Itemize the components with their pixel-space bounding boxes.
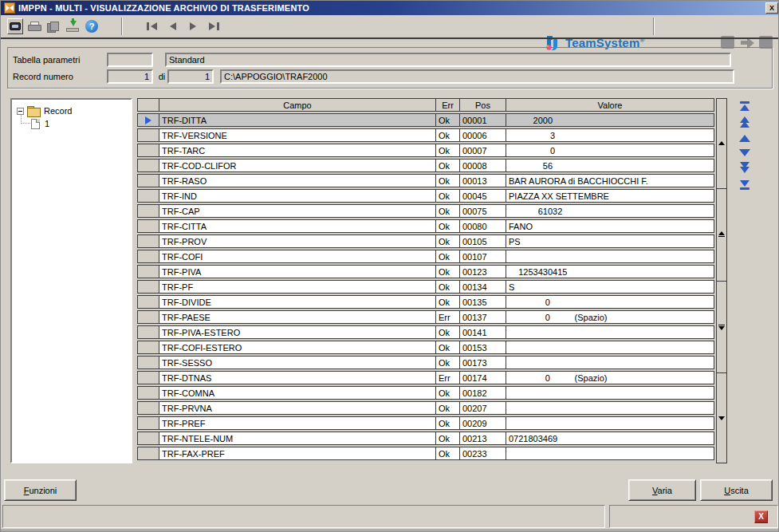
varia-button[interactable]: Varia <box>628 479 696 501</box>
cell-err[interactable]: Ok <box>436 280 460 294</box>
cell-campo[interactable]: TRF-PROV <box>159 234 436 248</box>
cell-campo[interactable]: TRF-PIVA-ESTERO <box>159 325 436 339</box>
last-record-icon[interactable] <box>209 22 219 30</box>
cell-err[interactable]: Err <box>436 310 460 324</box>
table-row[interactable]: TRF-SESSO Ok 00173 <box>137 356 716 369</box>
cell-valore[interactable] <box>506 341 714 354</box>
cell-campo[interactable]: TRF-PREF <box>159 416 436 430</box>
first-record-icon[interactable] <box>147 22 157 30</box>
cell-valore[interactable]: 56 <box>506 159 714 172</box>
uscita-button[interactable]: Uscita <box>700 479 773 501</box>
row-selector-cell[interactable] <box>137 189 159 203</box>
table-row[interactable]: TRF-COFI-ESTERO Ok 00153 <box>137 341 716 354</box>
cell-pos[interactable]: 00173 <box>460 356 506 369</box>
cell-pos[interactable]: 00080 <box>460 219 506 233</box>
page-down-icon[interactable] <box>740 164 749 173</box>
table-row[interactable]: TRF-NTELE-NUM Ok 00213 0721803469 <box>137 432 716 445</box>
row-selector-cell[interactable] <box>137 250 159 263</box>
cell-campo[interactable]: TRF-FAX-PREF <box>159 447 436 460</box>
cell-campo[interactable]: TRF-IND <box>159 189 436 203</box>
cell-campo[interactable]: TRF-PAESE <box>159 310 436 324</box>
record-numero-input[interactable]: 1 <box>107 69 153 84</box>
print-icon[interactable] <box>26 18 41 34</box>
close-icon[interactable]: X <box>765 2 778 14</box>
row-up-icon[interactable] <box>739 135 750 142</box>
cell-valore[interactable] <box>506 250 714 263</box>
cell-campo[interactable]: TRF-COMNA <box>159 386 436 400</box>
table-row[interactable]: TRF-PRVNA Ok 00207 <box>137 401 716 415</box>
cell-pos[interactable]: 00013 <box>460 174 506 187</box>
table-row[interactable]: TRF-IND Ok 00045 PIAZZA XX SETTEMBRE <box>137 189 716 203</box>
tree-root-record[interactable]: Record <box>15 104 128 117</box>
cell-pos[interactable]: 00209 <box>460 416 506 430</box>
cell-pos[interactable]: 00207 <box>460 401 506 415</box>
cell-pos[interactable]: 00233 <box>460 447 506 460</box>
table-row[interactable]: TRF-PAESE Err 00137 0 (Spazio) <box>137 310 716 324</box>
cell-campo[interactable]: TRF-PIVA <box>159 265 436 278</box>
table-row[interactable]: TRF-PF Ok 00134 S <box>137 280 716 294</box>
cell-err[interactable]: Ok <box>436 386 460 400</box>
row-selector-cell[interactable] <box>137 280 159 294</box>
goto-first-icon[interactable] <box>740 101 749 111</box>
cell-valore[interactable]: 0 <box>506 144 714 157</box>
table-row[interactable]: TRF-DITTA Ok 00001 2000 <box>137 113 716 127</box>
cell-pos[interactable]: 00153 <box>460 341 506 354</box>
cell-valore[interactable] <box>506 447 714 460</box>
cell-valore[interactable]: 1253430415 <box>506 265 714 278</box>
cell-valore[interactable]: 2000 <box>506 113 714 127</box>
tree-collapse-icon[interactable] <box>17 108 24 115</box>
cell-valore[interactable]: 61032 <box>506 204 714 218</box>
cell-valore[interactable]: 0 (Spazio) <box>506 310 714 324</box>
cell-err[interactable]: Ok <box>436 234 460 248</box>
cell-pos[interactable]: 00107 <box>460 250 506 263</box>
cell-valore[interactable]: 0 <box>506 295 714 309</box>
cell-err[interactable]: Ok <box>436 113 460 127</box>
cell-campo[interactable]: TRF-TARC <box>159 144 436 157</box>
table-row[interactable]: TRF-COFI Ok 00107 <box>137 250 716 263</box>
cell-pos[interactable]: 00007 <box>460 144 506 157</box>
cell-pos[interactable]: 00075 <box>460 204 506 218</box>
row-selector-cell[interactable] <box>137 159 159 172</box>
scroll-page-down[interactable] <box>717 282 726 374</box>
table-row[interactable]: TRF-FAX-PREF Ok 00233 <box>137 447 716 460</box>
row-selector-cell[interactable] <box>137 310 159 324</box>
cell-err[interactable]: Ok <box>436 204 460 218</box>
cell-err[interactable]: Ok <box>436 128 460 142</box>
cell-campo[interactable]: TRF-RASO <box>159 174 436 187</box>
row-selector-cell[interactable] <box>137 128 159 142</box>
tree-node-record-1[interactable]: 1 <box>15 117 128 130</box>
cell-err[interactable]: Ok <box>436 432 460 445</box>
row-selector-cell[interactable] <box>137 295 159 309</box>
cell-campo[interactable]: TRF-CITTA <box>159 219 436 233</box>
row-selector-cell[interactable] <box>137 341 159 354</box>
cell-valore[interactable]: 0 (Spazio) <box>506 371 714 384</box>
table-row[interactable]: TRF-PIVA-ESTERO Ok 00141 <box>137 325 716 339</box>
cell-campo[interactable]: TRF-NTELE-NUM <box>159 432 436 445</box>
cell-pos[interactable]: 00006 <box>460 128 506 142</box>
cell-campo[interactable]: TRF-PF <box>159 280 436 294</box>
cell-err[interactable]: Ok <box>436 219 460 233</box>
table-row[interactable]: TRF-DTNAS Err 00174 0 (Spazio) <box>137 371 716 384</box>
cell-err[interactable]: Ok <box>436 265 460 278</box>
cell-valore[interactable]: BAR AURORA di BACCHIOCCHI F. <box>506 174 714 187</box>
help-icon[interactable]: ? <box>84 18 100 34</box>
row-selector-cell[interactable] <box>137 204 159 218</box>
import-icon[interactable] <box>65 18 81 34</box>
cell-valore[interactable]: FANO <box>506 219 714 233</box>
cell-campo[interactable]: TRF-COFI <box>159 250 436 263</box>
row-selector-cell[interactable] <box>137 144 159 157</box>
goto-last-icon[interactable] <box>740 180 749 190</box>
cell-campo[interactable]: TRF-CAP <box>159 204 436 218</box>
row-selector-cell[interactable] <box>137 113 159 127</box>
preview-icon[interactable] <box>7 18 23 34</box>
cell-valore[interactable] <box>506 386 714 400</box>
cell-err[interactable]: Ok <box>436 174 460 187</box>
cell-campo[interactable]: TRF-COFI-ESTERO <box>159 341 436 354</box>
row-selector-cell[interactable] <box>137 447 159 460</box>
table-row[interactable]: TRF-COD-CLIFOR Ok 00008 56 <box>137 159 716 172</box>
cell-pos[interactable]: 00174 <box>460 371 506 384</box>
row-selector-cell[interactable] <box>137 416 159 430</box>
cell-pos[interactable]: 00105 <box>460 234 506 248</box>
cell-err[interactable]: Ok <box>436 250 460 263</box>
cell-err[interactable]: Err <box>436 371 460 384</box>
